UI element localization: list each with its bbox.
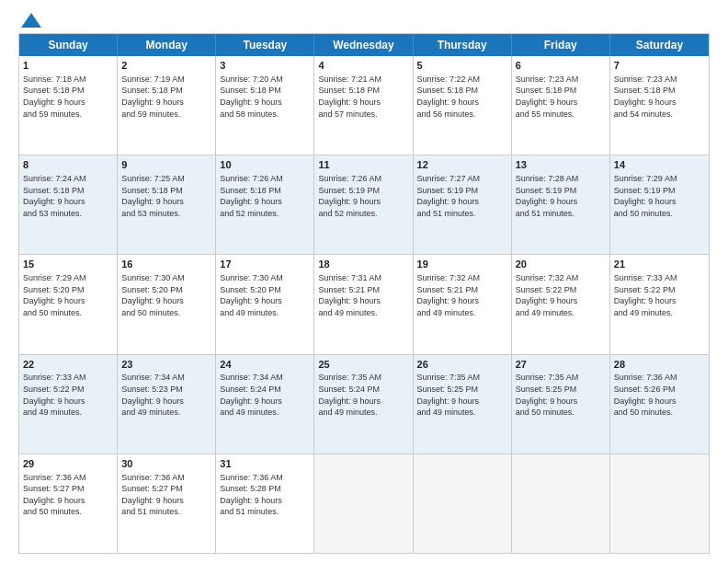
calendar-row-4: 22Sunrise: 7:33 AMSunset: 5:22 PMDayligh… [19, 354, 709, 454]
day-number: 29 [23, 457, 113, 471]
day-info: Sunrise: 7:32 AMSunset: 5:22 PMDaylight:… [516, 272, 606, 318]
weekday-header-saturday: Saturday [610, 34, 709, 56]
day-info: Sunrise: 7:22 AMSunset: 5:18 PMDaylight:… [417, 74, 507, 120]
calendar-cell: 16Sunrise: 7:30 AMSunset: 5:20 PMDayligh… [118, 255, 216, 353]
day-number: 23 [121, 358, 211, 372]
day-info: Sunrise: 7:19 AMSunset: 5:18 PMDaylight:… [121, 74, 211, 120]
calendar-cell: 5Sunrise: 7:22 AMSunset: 5:18 PMDaylight… [414, 56, 512, 155]
calendar-cell: 12Sunrise: 7:27 AMSunset: 5:19 PMDayligh… [414, 155, 512, 254]
calendar-cell: 1Sunrise: 7:18 AMSunset: 5:18 PMDaylight… [19, 56, 118, 155]
day-number: 13 [516, 158, 606, 172]
day-info: Sunrise: 7:29 AMSunset: 5:20 PMDaylight:… [23, 272, 113, 318]
day-number: 7 [614, 59, 705, 73]
day-number: 15 [23, 258, 113, 271]
calendar-cell: 18Sunrise: 7:31 AMSunset: 5:21 PMDayligh… [314, 255, 413, 353]
weekday-header-wednesday: Wednesday [314, 34, 413, 56]
calendar: SundayMondayTuesdayWednesdayThursdayFrid… [18, 33, 710, 554]
calendar-cell: 28Sunrise: 7:36 AMSunset: 5:26 PMDayligh… [610, 355, 709, 454]
day-number: 8 [23, 158, 113, 172]
weekday-header-tuesday: Tuesday [216, 34, 314, 56]
day-number: 1 [23, 59, 113, 73]
calendar-cell: 14Sunrise: 7:29 AMSunset: 5:19 PMDayligh… [610, 155, 709, 254]
calendar-cell: 15Sunrise: 7:29 AMSunset: 5:20 PMDayligh… [19, 255, 118, 353]
logo-icon [21, 13, 41, 28]
day-number: 30 [121, 457, 211, 471]
calendar-cell: 25Sunrise: 7:35 AMSunset: 5:24 PMDayligh… [314, 355, 413, 454]
weekday-header-thursday: Thursday [414, 34, 512, 56]
day-number: 22 [23, 358, 113, 372]
day-info: Sunrise: 7:36 AMSunset: 5:28 PMDaylight:… [220, 472, 310, 518]
day-number: 18 [318, 258, 408, 271]
calendar-cell: 22Sunrise: 7:33 AMSunset: 5:22 PMDayligh… [19, 355, 118, 454]
day-info: Sunrise: 7:35 AMSunset: 5:24 PMDaylight:… [318, 372, 408, 418]
calendar-cell: 4Sunrise: 7:21 AMSunset: 5:18 PMDaylight… [314, 56, 413, 155]
svg-marker-0 [21, 13, 41, 28]
day-number: 9 [121, 158, 211, 172]
day-info: Sunrise: 7:23 AMSunset: 5:18 PMDaylight:… [614, 74, 705, 120]
day-info: Sunrise: 7:32 AMSunset: 5:21 PMDaylight:… [417, 272, 507, 318]
day-number: 12 [417, 158, 507, 172]
calendar-cell: 8Sunrise: 7:24 AMSunset: 5:18 PMDaylight… [19, 155, 118, 254]
calendar-header: SundayMondayTuesdayWednesdayThursdayFrid… [19, 34, 709, 56]
day-number: 11 [318, 158, 408, 172]
weekday-header-sunday: Sunday [19, 34, 118, 56]
day-number: 21 [614, 258, 705, 271]
calendar-cell: 26Sunrise: 7:35 AMSunset: 5:25 PMDayligh… [414, 355, 512, 454]
day-info: Sunrise: 7:28 AMSunset: 5:19 PMDaylight:… [516, 173, 606, 219]
day-number: 6 [516, 59, 606, 73]
calendar-cell: 7Sunrise: 7:23 AMSunset: 5:18 PMDaylight… [610, 56, 709, 155]
day-info: Sunrise: 7:21 AMSunset: 5:18 PMDaylight:… [318, 74, 408, 120]
calendar-cell: 20Sunrise: 7:32 AMSunset: 5:22 PMDayligh… [512, 255, 610, 353]
day-number: 25 [318, 358, 408, 372]
day-number: 24 [220, 358, 310, 372]
day-number: 19 [417, 258, 507, 271]
weekday-header-monday: Monday [118, 34, 216, 56]
day-info: Sunrise: 7:20 AMSunset: 5:18 PMDaylight:… [220, 74, 310, 120]
calendar-cell: 11Sunrise: 7:26 AMSunset: 5:19 PMDayligh… [314, 155, 413, 254]
header [18, 15, 710, 26]
day-info: Sunrise: 7:35 AMSunset: 5:25 PMDaylight:… [417, 372, 507, 418]
day-info: Sunrise: 7:27 AMSunset: 5:19 PMDaylight:… [417, 173, 507, 219]
day-info: Sunrise: 7:33 AMSunset: 5:22 PMDaylight:… [614, 272, 705, 318]
day-info: Sunrise: 7:30 AMSunset: 5:20 PMDaylight:… [220, 272, 310, 318]
calendar-cell: 10Sunrise: 7:26 AMSunset: 5:18 PMDayligh… [216, 155, 314, 254]
weekday-header-friday: Friday [512, 34, 610, 56]
day-info: Sunrise: 7:34 AMSunset: 5:24 PMDaylight:… [220, 372, 310, 418]
day-info: Sunrise: 7:31 AMSunset: 5:21 PMDaylight:… [318, 272, 408, 318]
day-info: Sunrise: 7:23 AMSunset: 5:18 PMDaylight:… [516, 74, 606, 120]
day-info: Sunrise: 7:24 AMSunset: 5:18 PMDaylight:… [23, 173, 113, 219]
day-number: 26 [417, 358, 507, 372]
calendar-row-2: 8Sunrise: 7:24 AMSunset: 5:18 PMDaylight… [19, 155, 709, 254]
day-number: 27 [516, 358, 606, 372]
day-info: Sunrise: 7:35 AMSunset: 5:25 PMDaylight:… [516, 372, 606, 418]
day-number: 14 [614, 158, 705, 172]
calendar-cell: 13Sunrise: 7:28 AMSunset: 5:19 PMDayligh… [512, 155, 610, 254]
calendar-cell [610, 454, 709, 553]
calendar-row-5: 29Sunrise: 7:36 AMSunset: 5:27 PMDayligh… [19, 454, 709, 553]
calendar-cell: 31Sunrise: 7:36 AMSunset: 5:28 PMDayligh… [216, 454, 314, 553]
calendar-cell: 29Sunrise: 7:36 AMSunset: 5:27 PMDayligh… [19, 454, 118, 553]
day-number: 5 [417, 59, 507, 73]
day-info: Sunrise: 7:36 AMSunset: 5:27 PMDaylight:… [23, 472, 113, 518]
calendar-cell [414, 454, 512, 553]
calendar-cell: 3Sunrise: 7:20 AMSunset: 5:18 PMDaylight… [216, 56, 314, 155]
calendar-body: 1Sunrise: 7:18 AMSunset: 5:18 PMDaylight… [19, 56, 709, 553]
page: SundayMondayTuesdayWednesdayThursdayFrid… [0, 0, 728, 563]
day-info: Sunrise: 7:26 AMSunset: 5:19 PMDaylight:… [318, 173, 408, 219]
day-number: 2 [121, 59, 211, 73]
calendar-cell [314, 454, 413, 553]
day-number: 17 [220, 258, 310, 271]
day-info: Sunrise: 7:29 AMSunset: 5:19 PMDaylight:… [614, 173, 705, 219]
day-info: Sunrise: 7:25 AMSunset: 5:18 PMDaylight:… [121, 173, 211, 219]
day-info: Sunrise: 7:33 AMSunset: 5:22 PMDaylight:… [23, 372, 113, 418]
calendar-cell [512, 454, 610, 553]
day-number: 28 [614, 358, 705, 372]
calendar-cell: 30Sunrise: 7:36 AMSunset: 5:27 PMDayligh… [118, 454, 216, 553]
calendar-cell: 19Sunrise: 7:32 AMSunset: 5:21 PMDayligh… [414, 255, 512, 353]
calendar-cell: 21Sunrise: 7:33 AMSunset: 5:22 PMDayligh… [610, 255, 709, 353]
calendar-cell: 27Sunrise: 7:35 AMSunset: 5:25 PMDayligh… [512, 355, 610, 454]
calendar-row-1: 1Sunrise: 7:18 AMSunset: 5:18 PMDaylight… [19, 56, 709, 155]
calendar-cell: 2Sunrise: 7:19 AMSunset: 5:18 PMDaylight… [118, 56, 216, 155]
day-info: Sunrise: 7:36 AMSunset: 5:27 PMDaylight:… [121, 472, 211, 518]
day-number: 31 [220, 457, 310, 471]
